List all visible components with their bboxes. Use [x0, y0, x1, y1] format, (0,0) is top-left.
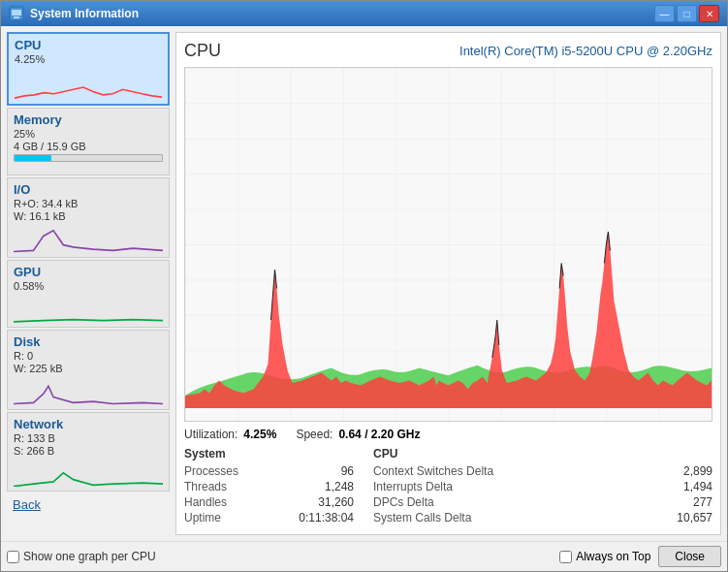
sidebar-memory-bar-fill	[15, 155, 51, 161]
uptime-key: Uptime	[184, 511, 221, 524]
table-row: Processes 96	[184, 464, 354, 478]
sidebar-network-label: Network	[14, 417, 163, 431]
table-row: Uptime 0:11:38:04	[184, 511, 354, 524]
uptime-value: 0:11:38:04	[296, 511, 354, 524]
svg-rect-1	[12, 10, 21, 16]
sidebar-gpu-graph	[14, 295, 163, 323]
interrupts-value: 1,494	[654, 480, 712, 493]
app-icon	[9, 6, 24, 21]
title-bar: System Information — □ ✕	[1, 1, 727, 26]
sidebar-memory-value1: 25%	[14, 128, 163, 140]
maximize-button[interactable]: □	[677, 5, 697, 22]
cpu-table: CPU Context Switches Delta 2,899 Interru…	[373, 447, 712, 526]
sidebar-item-cpu[interactable]: CPU 4.25%	[7, 32, 170, 106]
sidebar-io-value1: R+O: 34.4 kB	[14, 198, 163, 209]
cpu-chart	[184, 67, 712, 422]
sidebar-memory-label: Memory	[14, 112, 163, 127]
sidebar-disk-value2: W: 225 kB	[14, 363, 163, 374]
sidebar: CPU 4.25% Memory 25% 4 GB / 15.9 GB	[7, 32, 170, 535]
sidebar-io-label: I/O	[14, 182, 163, 197]
utilization-stat: Utilization: 4.25%	[184, 428, 276, 441]
back-button[interactable]: Back	[7, 493, 170, 516]
sidebar-item-memory[interactable]: Memory 25% 4 GB / 15.9 GB	[7, 108, 170, 175]
syscalls-value: 10,657	[654, 511, 712, 524]
dpcs-value: 277	[654, 495, 712, 509]
sidebar-network-graph	[14, 460, 163, 488]
sidebar-disk-label: Disk	[14, 334, 163, 349]
table-row: Interrupts Delta 1,494	[373, 480, 712, 493]
syscalls-key: System Calls Delta	[373, 511, 471, 524]
sidebar-memory-bar	[14, 154, 163, 162]
panel-header: CPU Intel(R) Core(TM) i5-5200U CPU @ 2.2…	[184, 41, 712, 61]
svg-rect-4	[185, 68, 712, 421]
table-row: DPCs Delta 277	[373, 495, 712, 509]
show-per-cpu-text: Show one graph per CPU	[23, 550, 156, 563]
window-close-button[interactable]: ✕	[699, 5, 719, 22]
close-button[interactable]: Close	[658, 546, 721, 567]
table-row: System Calls Delta 10,657	[373, 511, 712, 524]
sidebar-cpu-graph	[15, 68, 162, 100]
sidebar-io-graph	[14, 225, 163, 253]
dpcs-key: DPCs Delta	[373, 495, 434, 509]
sidebar-item-io[interactable]: I/O R+O: 34.4 kB W: 16.1 kB	[7, 177, 170, 258]
sidebar-gpu-value: 0.58%	[14, 280, 163, 292]
sidebar-cpu-value: 4.25%	[15, 53, 162, 65]
main-content: CPU 4.25% Memory 25% 4 GB / 15.9 GB	[1, 26, 727, 541]
show-per-cpu-checkbox[interactable]	[7, 551, 19, 563]
table-row: Context Switches Delta 2,899	[373, 464, 712, 478]
bottom-right: Always on Top Close	[559, 546, 721, 567]
sidebar-cpu-label: CPU	[15, 38, 162, 52]
handles-value: 31,260	[296, 495, 354, 509]
sidebar-network-value2: S: 266 B	[14, 445, 163, 457]
sidebar-memory-value2: 4 GB / 15.9 GB	[14, 141, 163, 152]
system-table: System Processes 96 Threads 1,248 Handle…	[184, 447, 354, 526]
right-panel: CPU Intel(R) Core(TM) i5-5200U CPU @ 2.2…	[175, 32, 721, 535]
processes-key: Processes	[184, 464, 238, 478]
sidebar-network-value1: R: 133 B	[14, 432, 163, 444]
always-on-top-text: Always on Top	[576, 550, 650, 563]
sidebar-io-value2: W: 16.1 kB	[14, 210, 163, 222]
cpu-table-title: CPU	[373, 447, 712, 461]
title-bar-left: System Information	[9, 6, 139, 21]
bottom-bar: Show one graph per CPU Always on Top Clo…	[1, 541, 727, 571]
utilization-value: 4.25%	[243, 428, 276, 441]
handles-key: Handles	[184, 495, 227, 509]
always-on-top-checkbox[interactable]	[559, 551, 572, 563]
chart-svg	[185, 68, 712, 421]
main-window: System Information — □ ✕ CPU 4.25%	[0, 0, 728, 572]
sidebar-item-disk[interactable]: Disk R: 0 W: 225 kB	[7, 330, 170, 410]
ctx-switches-value: 2,899	[654, 464, 712, 478]
show-per-cpu-label[interactable]: Show one graph per CPU	[7, 550, 156, 563]
panel-subtitle: Intel(R) Core(TM) i5-5200U CPU @ 2.20GHz	[459, 44, 712, 58]
system-table-title: System	[184, 447, 354, 461]
svg-rect-2	[14, 16, 19, 18]
processes-value: 96	[296, 464, 354, 478]
threads-key: Threads	[184, 480, 227, 493]
minimize-button[interactable]: —	[654, 5, 675, 22]
speed-label: Speed:	[296, 428, 332, 441]
always-on-top-label[interactable]: Always on Top	[559, 550, 650, 563]
speed-value: 0.64 / 2.20 GHz	[338, 428, 420, 441]
title-controls: — □ ✕	[654, 5, 719, 22]
ctx-switches-key: Context Switches Delta	[373, 464, 493, 478]
sidebar-disk-value1: R: 0	[14, 350, 163, 362]
title-text: System Information	[30, 7, 139, 20]
sidebar-disk-graph	[14, 377, 163, 405]
sidebar-gpu-label: GPU	[14, 265, 163, 279]
stats-row: Utilization: 4.25% Speed: 0.64 / 2.20 GH…	[184, 428, 712, 441]
sidebar-item-gpu[interactable]: GPU 0.58%	[7, 260, 170, 328]
interrupts-key: Interrupts Delta	[373, 480, 453, 493]
table-row: Threads 1,248	[184, 480, 354, 493]
sidebar-item-network[interactable]: Network R: 133 B S: 266 B	[7, 412, 170, 493]
threads-value: 1,248	[296, 480, 354, 493]
panel-title: CPU	[184, 41, 221, 61]
info-tables: System Processes 96 Threads 1,248 Handle…	[184, 447, 712, 526]
utilization-label: Utilization:	[184, 428, 237, 441]
table-row: Handles 31,260	[184, 495, 354, 509]
speed-stat: Speed: 0.64 / 2.20 GHz	[296, 428, 420, 441]
